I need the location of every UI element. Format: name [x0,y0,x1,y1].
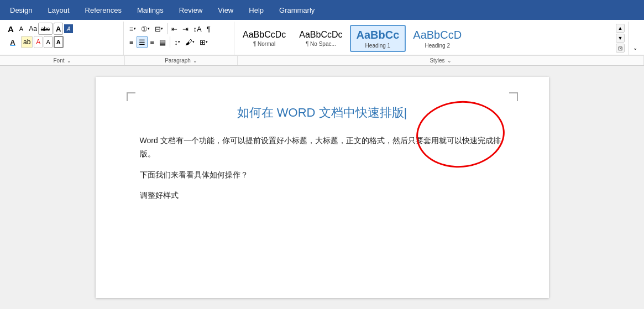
style-heading1-label: Heading 1 [365,43,391,49]
styles-gallery: AaBbCcDc ¶ Normal AaBbCcDc ¶ No Spac... … [237,23,615,54]
align-right-button[interactable]: ≡ [148,36,157,48]
style-nospace[interactable]: AaBbCcDc ¶ No Spac... [293,27,348,50]
styles-scroll-down-button[interactable]: ▼ [616,34,625,43]
clear-format-button[interactable]: A [54,23,63,35]
char-border-button[interactable]: A [54,36,64,48]
ribbon-content: A A Aa abc A A A ab A A A ≡▾ ①▾ [0,20,644,55]
style-heading1[interactable]: AaBbCc Heading 1 [350,25,406,52]
increase-indent-button[interactable]: ⇥ [180,23,191,35]
style-normal-preview: AaBbCcDc [243,29,286,40]
paragraph-1[interactable]: Word 文档有一个功能，你可以提前设置好小标题，大标题，正文的格式，然后只要套… [140,134,505,161]
align-center-button[interactable]: ☰ [137,36,148,48]
styles-scroll-up-button[interactable]: ▲ [616,24,625,33]
highlight-button[interactable]: ab [21,36,33,48]
document-title[interactable]: 如何在 WORD 文档中快速排版| [140,104,505,121]
justify-button[interactable]: ▤ [157,36,168,48]
align-left-button[interactable]: ≡ [127,36,136,48]
tab-grammarly[interactable]: Grammarly [271,0,322,20]
tab-review[interactable]: Review [171,0,211,20]
char-shade-button[interactable]: A [44,36,52,48]
style-heading1-preview: AaBbCc [357,28,400,41]
tab-mailings[interactable]: Mailings [129,0,171,20]
shading-button[interactable]: 🖌▾ [183,36,197,48]
paragraph-3[interactable]: 调整好样式 [140,189,505,202]
style-heading2-label: Heading 2 [425,43,450,49]
style-heading2-preview: AaBbCcD [413,28,462,41]
styles-expand-button[interactable]: ⌄ [631,41,640,54]
document-body: Word 文档有一个功能，你可以提前设置好小标题，大标题，正文的格式，然后只要套… [140,134,505,202]
font-expand-icon[interactable]: ⌄ [67,58,71,64]
style-heading2[interactable]: AaBbCcD Heading 2 [407,25,468,51]
style-nospace-preview: AaBbCcDc [299,29,342,40]
divider2 [170,36,170,48]
decrease-indent-button[interactable]: ⇤ [169,23,180,35]
font-color2-button[interactable]: A [34,36,43,48]
font-color-button[interactable]: A [6,36,20,48]
styles-group: AaBbCcDc ¶ Normal AaBbCcDc ¶ No Spac... … [234,22,629,55]
shrink-font-button[interactable]: A [17,23,25,35]
sort-button[interactable]: ↕A [191,23,204,35]
font-color-a: A [6,36,20,48]
tab-help[interactable]: Help [241,0,271,20]
styles-expand-icon[interactable]: ⌄ [447,58,452,64]
show-marks-button[interactable]: ¶ [205,23,213,35]
style-normal[interactable]: AaBbCcDc ¶ Normal [237,27,292,50]
document-page: 如何在 WORD 文档中快速排版| Word 文档有一个功能，你可以提前设置好小… [96,77,549,298]
abc-button[interactable]: abc [38,23,53,35]
document-area: 如何在 WORD 文档中快速排版| Word 文档有一个功能，你可以提前设置好小… [0,66,644,308]
borders-button[interactable]: ⊞▾ [197,36,210,48]
tab-view[interactable]: View [210,0,241,20]
tab-design[interactable]: Design [2,0,40,20]
font-aa-label: Aa [29,25,37,33]
grow-font-button[interactable]: A [6,23,16,35]
style-nospace-label: ¶ No Spac... [306,41,336,47]
paragraph-2[interactable]: 下面我们来看看具体如何操作？ [140,169,505,182]
corner-mark-topright [509,92,518,101]
paragraph-group: ≡▾ ①▾ ⊟▾ ⇤ ⇥ ↕A ¶ ≡ ☰ ≡ ▤ ↕▾ 🖌▾ ⊞▾ [124,22,234,55]
styles-more-button[interactable]: ⊡ [616,44,625,53]
italic-a-icon: A [64,24,73,33]
ribbon-tab-bar: Design Layout References Mailings Review… [0,0,644,20]
paragraph-expand-icon[interactable]: ⌄ [193,58,197,64]
divider [167,23,167,34]
tab-layout[interactable]: Layout [40,0,77,20]
paragraph-section-label: Paragraph ⌄ [125,56,238,65]
section-labels-row: Font ⌄ Paragraph ⌄ Styles ⌄ [0,55,644,65]
style-normal-label: ¶ Normal [253,41,275,47]
styles-scroll-buttons: ▲ ▼ ⊡ [615,23,626,54]
bullets-button[interactable]: ≡▾ [127,23,138,35]
styles-section-label: Styles ⌄ [238,56,644,65]
multilevel-list-button[interactable]: ⊟▾ [153,23,165,35]
corner-mark-topleft [127,92,135,101]
tab-references[interactable]: References [77,0,129,20]
styles-expand-area: ⌄ [629,22,642,55]
font-section-label: Font ⌄ [0,56,125,65]
font-group: A A Aa abc A A A ab A A A [2,22,124,55]
numbering-button[interactable]: ①▾ [139,23,152,35]
line-spacing-button[interactable]: ↕▾ [172,36,182,48]
